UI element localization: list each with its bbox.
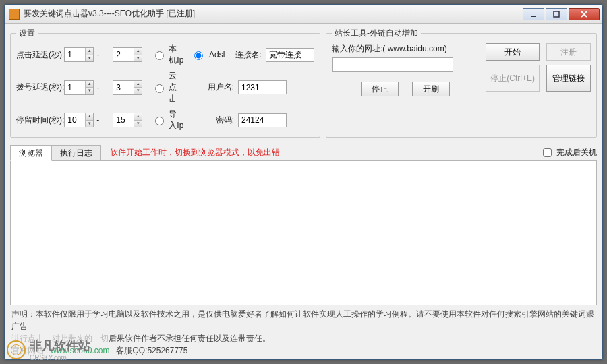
minimize-button[interactable] xyxy=(523,8,544,20)
dial-delay-min[interactable]: ▲▼ xyxy=(64,80,94,95)
app-window: 要发关键词点击器v3.3----SEO优化助手 [已注册] 设置 点击延迟(秒)… xyxy=(4,4,603,360)
disclaimer-2-dim: 进行点击，对此带来的一切 xyxy=(11,334,109,343)
radio-import-ip[interactable] xyxy=(155,117,164,125)
tabs-row: 浏览器 执行日志 软件开始工作时，切换到浏览器模式，以免出错 完成后关机 xyxy=(10,144,597,160)
close-button[interactable] xyxy=(569,8,600,20)
password-input[interactable] xyxy=(238,113,287,127)
radio-cloud-click[interactable] xyxy=(155,84,164,93)
url-input[interactable] xyxy=(332,57,453,72)
app-icon xyxy=(9,9,20,20)
dial-delay-max[interactable]: ▲▼ xyxy=(113,80,142,95)
window-buttons xyxy=(523,8,600,20)
svg-rect-1 xyxy=(554,11,559,17)
disclaimer-1: 声明：本软件仅限用于学习电脑以及软件技术之用，是仅供电脑爱好者了解如何让软件实现… xyxy=(11,308,596,332)
qq-label: 客服QQ:525267775 xyxy=(116,346,187,355)
site-label: 官方网站 xyxy=(11,346,44,355)
register-button[interactable]: 注册 xyxy=(546,43,591,61)
site-link[interactable]: www.seo60.com xyxy=(51,346,109,355)
settings-group: 设置 点击延迟(秒): ▲▼ - ▲▼ 本机Ip Adsl 连接名: 拨号延迟(… xyxy=(10,28,320,138)
connection-name-input[interactable] xyxy=(266,48,314,62)
tab-log[interactable]: 执行日志 xyxy=(51,145,101,161)
browser-pane xyxy=(10,160,597,305)
manage-links-button[interactable]: 管理链接 xyxy=(546,65,591,92)
spin-up-icon[interactable]: ▲ xyxy=(85,48,93,55)
disclaimer-2: 后果软件作者不承担任何责任以及连带责任。 xyxy=(109,334,270,343)
url-label: 输入你的网址:( www.baidu.com) xyxy=(332,43,479,55)
click-delay-label: 点击延迟(秒): xyxy=(16,49,64,61)
click-delay-min[interactable]: ▲▼ xyxy=(64,47,94,62)
dial-delay-label: 拨号延迟(秒): xyxy=(16,82,64,93)
stop-button[interactable]: 停止 xyxy=(361,82,399,96)
stay-time-max[interactable]: ▲▼ xyxy=(113,113,142,127)
shutdown-checkbox-row[interactable]: 完成后关机 xyxy=(540,146,597,159)
stop-ctrl-button[interactable]: 停止(Ctrl+E) xyxy=(486,65,540,92)
client-area: 设置 点击延迟(秒): ▲▼ - ▲▼ 本机Ip Adsl 连接名: 拨号延迟(… xyxy=(5,24,602,359)
radio-local-ip[interactable] xyxy=(155,51,164,60)
tools-legend: 站长工具-外链自动增加 xyxy=(332,28,421,39)
stay-time-min[interactable]: ▲▼ xyxy=(64,113,94,127)
titlebar: 要发关键词点击器v3.3----SEO优化助手 [已注册] xyxy=(5,5,602,24)
footer: 声明：本软件仅限用于学习电脑以及软件技术之用，是仅供电脑爱好者了解如何让软件实现… xyxy=(10,305,597,357)
tools-group: 站长工具-外链自动增加 输入你的网址:( www.baidu.com) 停止 开… xyxy=(326,28,597,138)
radio-adsl[interactable] xyxy=(194,51,203,60)
shutdown-checkbox[interactable] xyxy=(543,148,552,157)
window-title: 要发关键词点击器v3.3----SEO优化助手 [已注册] xyxy=(24,8,523,20)
maximize-button[interactable] xyxy=(546,8,567,20)
stay-time-label: 停留时间(秒): xyxy=(16,115,64,126)
settings-legend: 设置 xyxy=(16,28,38,39)
username-input[interactable] xyxy=(238,80,287,94)
refresh-button[interactable]: 开刷 xyxy=(412,82,450,96)
start-button[interactable]: 开始 xyxy=(486,43,540,61)
tab-browser[interactable]: 浏览器 xyxy=(10,145,52,161)
click-delay-max[interactable]: ▲▼ xyxy=(113,47,142,62)
tab-hint: 软件开始工作时，切换到浏览器模式，以免出错 xyxy=(110,147,280,158)
spin-down-icon[interactable]: ▼ xyxy=(85,55,93,62)
